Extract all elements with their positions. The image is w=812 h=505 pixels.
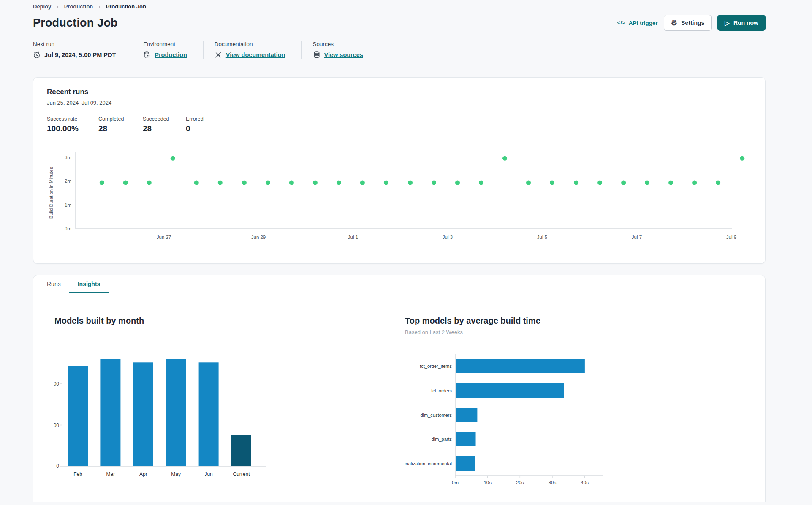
- x-tick-label: Jun 29: [251, 235, 266, 240]
- scatter-point: [218, 180, 223, 185]
- x-tick-label: 10s: [483, 480, 492, 485]
- job-meta-row: Next run Jul 9, 2024, 5:00 PM PDT Enviro…: [33, 41, 766, 59]
- view-documentation-link[interactable]: View documentation: [226, 51, 285, 58]
- scatter-point: [337, 180, 341, 185]
- y-tick-label: 1000: [54, 381, 59, 387]
- top-models-block: Top models by average build time Based o…: [405, 316, 675, 492]
- breadcrumb-production[interactable]: Production: [64, 3, 93, 10]
- stat-errored: Errored 0: [186, 116, 204, 133]
- scatter-point: [384, 180, 388, 185]
- api-trigger-label: API trigger: [629, 20, 658, 26]
- scatter-point: [597, 180, 602, 185]
- bar-dim_parts: [456, 432, 476, 446]
- x-tick-label: 20s: [516, 480, 524, 485]
- bar-current: [231, 435, 251, 466]
- view-sources-link[interactable]: View sources: [324, 51, 363, 58]
- scatter-point: [479, 180, 483, 185]
- x-tick-label: Jun 27: [157, 235, 171, 240]
- breadcrumb-deploy[interactable]: Deploy: [33, 3, 51, 10]
- scatter-point: [100, 180, 104, 185]
- tab-bar: Runs Insights: [33, 275, 765, 293]
- x-tick-label: Jul 5: [537, 235, 547, 240]
- database-stack-icon: [313, 51, 320, 59]
- breadcrumb: Deploy › Production › Production Job: [33, 3, 766, 10]
- y-category-label: materialization_incremental: [405, 461, 452, 466]
- environment-database-icon: [143, 51, 151, 59]
- production-job-page: Deploy › Production › Production Job Pro…: [0, 0, 812, 502]
- settings-button[interactable]: ⚙ Settings: [664, 15, 712, 31]
- y-category-label: dim_parts: [432, 437, 452, 442]
- breadcrumb-production-job: Production Job: [106, 3, 146, 10]
- x-tick-label: 0m: [452, 480, 459, 485]
- meta-next-run: Next run Jul 9, 2024, 5:00 PM PDT: [33, 41, 132, 59]
- scatter-point: [313, 180, 318, 185]
- scatter-point: [123, 180, 128, 185]
- scatter-point: [360, 180, 365, 185]
- scatter-point: [432, 180, 436, 185]
- recent-runs-title: Recent runs: [47, 88, 752, 96]
- bar-chart: 05001000FebMarAprMayJunCurrent: [54, 351, 291, 483]
- stat-completed: Completed 28: [98, 116, 143, 133]
- meta-label: Next run: [33, 41, 116, 47]
- api-trigger-link[interactable]: </> API trigger: [617, 20, 657, 26]
- scatter-point: [266, 180, 270, 185]
- play-icon: ▷: [725, 20, 730, 26]
- chevron-right-icon: ›: [57, 3, 58, 10]
- recent-runs-stats: Success rate 100.00% Completed 28 Succee…: [47, 116, 752, 133]
- meta-environment: Environment Production: [132, 41, 203, 59]
- y-tick-label: 3m: [65, 155, 71, 160]
- x-category-label: Mar: [106, 471, 115, 477]
- scatter-point: [716, 180, 720, 185]
- scatter-point: [408, 180, 413, 185]
- tab-insights[interactable]: Insights: [69, 275, 109, 293]
- scatter-point: [740, 156, 744, 161]
- top-models-title: Top models by average build time: [405, 316, 675, 326]
- scatter-point: [171, 156, 175, 161]
- models-built-chart: 05001000FebMarAprMayJunCurrent: [54, 351, 291, 485]
- models-built-title: Models built by month: [54, 316, 291, 326]
- x-tick-label: Jul 1: [348, 235, 358, 240]
- build-duration-chart: 0m1m2m3mBuild Duration in MinutesJun 27J…: [47, 140, 752, 252]
- meta-label: Sources: [313, 41, 363, 47]
- job-detail-card: Runs Insights Models built by month 0500…: [33, 275, 766, 502]
- meta-documentation: Documentation View documentation: [203, 41, 301, 59]
- scatter-point: [526, 180, 531, 185]
- scatter-point: [289, 180, 294, 185]
- run-now-label: Run now: [733, 19, 758, 26]
- x-tick-label: Jul 3: [443, 235, 453, 240]
- top-models-chart: fct_order_itemsfct_ordersdim_customersdi…: [405, 346, 675, 492]
- top-models-subtitle: Based on Last 2 Weeks: [405, 329, 675, 335]
- scatter-point: [455, 180, 460, 185]
- scatter-point: [242, 180, 247, 185]
- dbt-logo-icon: [215, 51, 222, 59]
- y-category-label: fct_orders: [431, 388, 452, 393]
- hbar-chart: fct_order_itemsfct_ordersdim_customersdi…: [405, 346, 675, 490]
- meta-label: Documentation: [215, 41, 285, 47]
- run-now-button[interactable]: ▷ Run now: [717, 15, 766, 31]
- x-tick-label: Jul 7: [632, 235, 642, 240]
- tab-runs[interactable]: Runs: [38, 275, 69, 293]
- page-header: Production Job </> API trigger ⚙ Setting…: [33, 15, 766, 31]
- insights-panel: Models built by month 05001000FebMarAprM…: [33, 293, 765, 492]
- x-category-label: Feb: [73, 471, 82, 477]
- y-tick-label: 0m: [65, 226, 71, 231]
- scatter-point: [502, 156, 507, 161]
- bar-jun: [199, 362, 219, 466]
- y-tick-label: 500: [54, 422, 59, 428]
- bar-feb: [68, 366, 88, 466]
- environment-link[interactable]: Production: [155, 51, 187, 58]
- x-tick-label: 30s: [549, 480, 557, 485]
- alarm-clock-icon: [33, 51, 41, 59]
- y-category-label: dim_customers: [420, 413, 452, 418]
- scatter-point: [574, 180, 578, 185]
- scatter-point: [645, 180, 649, 185]
- code-icon: </>: [617, 20, 625, 26]
- scatter-point: [194, 180, 199, 185]
- settings-label: Settings: [681, 19, 704, 26]
- x-tick-label: Jul 9: [726, 235, 736, 240]
- page-title: Production Job: [33, 16, 118, 30]
- bar-fct_orders: [456, 383, 564, 398]
- header-actions: </> API trigger ⚙ Settings ▷ Run now: [617, 15, 766, 31]
- gear-icon: ⚙: [671, 19, 677, 27]
- scatter-point: [550, 180, 554, 185]
